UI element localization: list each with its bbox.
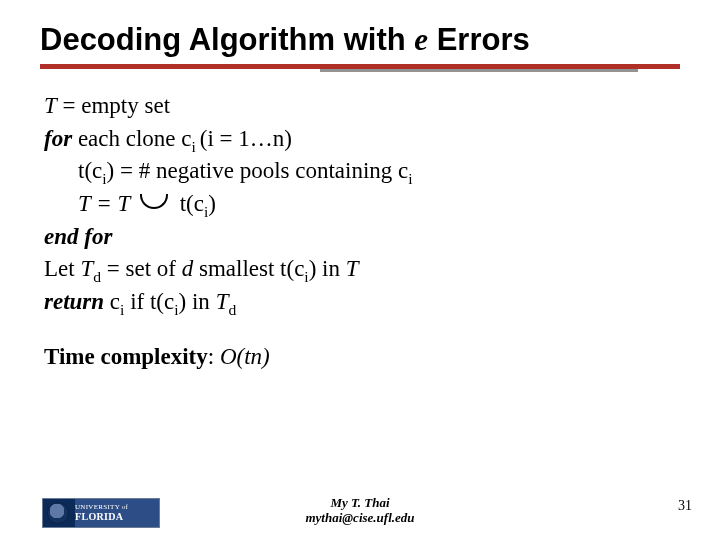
author-email: mythai@cise.ufl.edu bbox=[0, 510, 720, 526]
t-var: T bbox=[346, 256, 359, 281]
author-name: My T. Thai bbox=[0, 495, 720, 511]
d-var: d bbox=[182, 256, 194, 281]
text: t(c bbox=[78, 158, 102, 183]
algo-line-7: return ci if t(ci) in Td bbox=[44, 286, 720, 319]
algo-line-6: Let Td = set of d smallest t(ci) in T bbox=[44, 253, 720, 286]
t-var: T bbox=[216, 289, 229, 314]
text: if t(c bbox=[124, 289, 174, 314]
text: Let bbox=[44, 256, 80, 281]
text: = empty set bbox=[57, 93, 170, 118]
algo-line-4: T = T t(ci) bbox=[44, 188, 720, 221]
complexity-value: O(tn) bbox=[220, 344, 270, 369]
text: = set of bbox=[101, 256, 182, 281]
text: ) in bbox=[179, 289, 216, 314]
t-eq-t: T = T bbox=[78, 191, 130, 216]
algo-line-1: T = empty set bbox=[44, 90, 720, 123]
text: each clone c bbox=[72, 126, 191, 151]
t-var: T bbox=[44, 93, 57, 118]
sep: : bbox=[208, 344, 220, 369]
sub-d: d bbox=[93, 268, 101, 285]
author-credit: My T. Thai mythai@cise.ufl.edu bbox=[0, 495, 720, 526]
footer: UNIVERSITY of FLORIDA My T. Thai mythai@… bbox=[0, 488, 720, 528]
text: t(c bbox=[180, 191, 204, 216]
text: c bbox=[104, 289, 120, 314]
for-keyword: for bbox=[44, 126, 72, 151]
title-suffix: Errors bbox=[428, 22, 530, 57]
algo-line-5: end for bbox=[44, 221, 720, 254]
text: ) = # negative pools containing c bbox=[107, 158, 409, 183]
title-prefix: Decoding Algorithm with bbox=[40, 22, 414, 57]
text: ) bbox=[208, 191, 216, 216]
page-number: 31 bbox=[678, 498, 692, 514]
text: ) in bbox=[309, 256, 346, 281]
t-var: T bbox=[80, 256, 93, 281]
algo-line-3: t(ci) = # negative pools containing ci bbox=[44, 155, 720, 188]
sub-i: i bbox=[192, 137, 200, 154]
title-e: e bbox=[414, 22, 428, 57]
title-rule bbox=[40, 64, 680, 72]
union-icon bbox=[140, 194, 168, 209]
endfor-keyword: end for bbox=[44, 224, 112, 249]
slide-title: Decoding Algorithm with e Errors bbox=[0, 0, 720, 64]
sub-i: i bbox=[408, 170, 412, 187]
text: smallest t(c bbox=[193, 256, 304, 281]
algorithm-block: T = empty set for each clone ci (i = 1…n… bbox=[0, 90, 720, 373]
time-complexity: Time complexity: O(tn) bbox=[44, 341, 720, 374]
algo-line-2: for each clone ci (i = 1…n) bbox=[44, 123, 720, 156]
sub-d: d bbox=[228, 301, 236, 318]
return-keyword: return bbox=[44, 289, 104, 314]
complexity-label: Time complexity bbox=[44, 344, 208, 369]
range: (i = 1…n) bbox=[200, 126, 292, 151]
rule-shadow bbox=[320, 69, 638, 72]
